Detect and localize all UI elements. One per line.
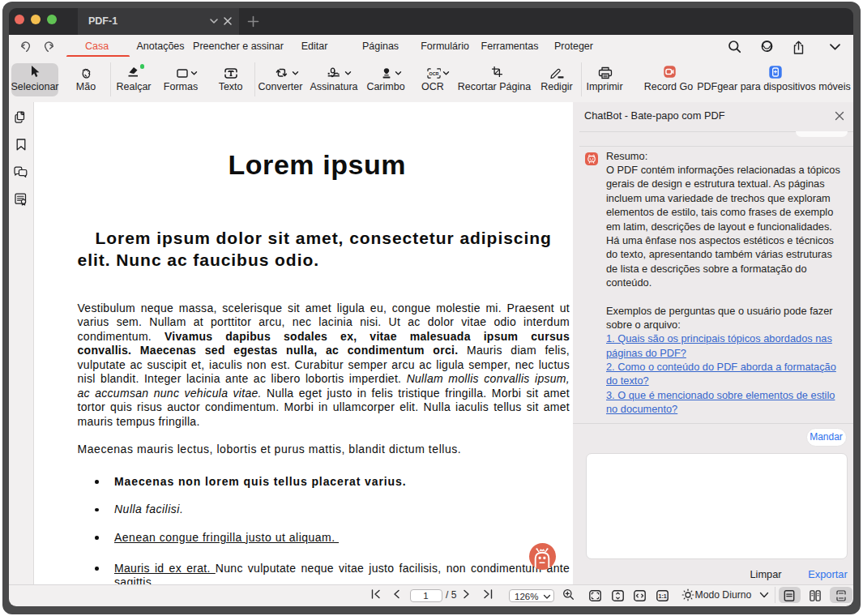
svg-text:OCR: OCR [429,71,439,75]
svg-text:1:1: 1:1 [658,593,666,599]
